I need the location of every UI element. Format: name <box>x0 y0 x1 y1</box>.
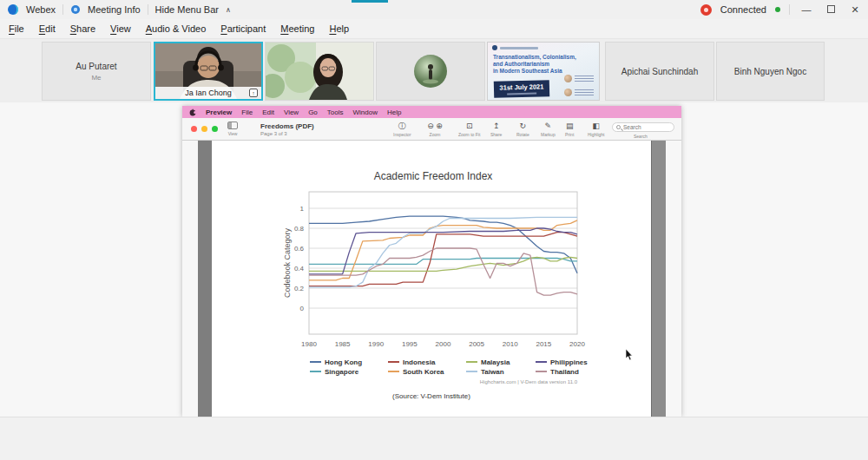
markup-button[interactable]: ✎ Markup <box>541 122 556 137</box>
poster-speaker-2 <box>564 88 594 97</box>
tool-label: Print <box>565 132 574 137</box>
svg-text:2020: 2020 <box>569 340 585 348</box>
print-button[interactable]: ▤ Print <box>565 122 574 137</box>
mac-menu-tools[interactable]: Tools <box>327 108 344 116</box>
zoom-to-fit-button[interactable]: ⊡ Zoom to Fit <box>458 122 480 137</box>
svg-text:1: 1 <box>300 205 305 213</box>
inspector-icon: ⓘ <box>393 122 411 130</box>
vertical-scrollbar[interactable] <box>651 141 666 417</box>
tool-label: Rotate <box>516 132 529 137</box>
maximize-icon <box>827 5 835 13</box>
tool-label: Markup <box>541 132 556 137</box>
svg-text:South Korea: South Korea <box>403 368 444 376</box>
page-indicator: Page 3 of 3 <box>260 131 314 136</box>
zoom-in-icon[interactable]: ⊕ <box>436 122 443 130</box>
search-input[interactable] <box>623 124 670 130</box>
participant-subtitle: Me <box>91 74 101 82</box>
mac-menu-view[interactable]: View <box>284 108 299 116</box>
meeting-info-icon <box>70 4 81 15</box>
close-button[interactable]: ✕ <box>847 4 863 16</box>
poster-time-textbar <box>507 93 536 95</box>
mouse-cursor <box>625 349 633 361</box>
poster-speaker-1 <box>564 74 594 83</box>
mac-menu-preview[interactable]: Preview <box>206 108 232 116</box>
zoom-traffic-light[interactable] <box>212 126 218 132</box>
menu-meeting[interactable]: Meeting <box>280 23 314 34</box>
svg-text:2010: 2010 <box>503 340 518 348</box>
svg-text:Academic Freedom Index: Academic Freedom Index <box>374 170 493 182</box>
participant-tile-apichai[interactable]: Apichai Sunchindah <box>605 42 714 101</box>
highlight-button[interactable]: ◧ Highlight <box>588 122 604 137</box>
sidebar-icon <box>227 122 238 129</box>
mac-menu-window[interactable]: Window <box>353 108 378 116</box>
screen-share-icon: ↑ <box>249 89 258 97</box>
connection-status: Connected <box>720 4 766 15</box>
menu-audio-video[interactable]: Audio & Video <box>146 23 207 34</box>
hide-menu-bar-button[interactable]: Hide Menu Bar <box>155 4 219 15</box>
participant-tile-ja-ian-chong[interactable]: Ja Ian Chong ↑ <box>154 42 263 101</box>
tool-label: Zoom <box>424 132 446 137</box>
apple-icon <box>189 108 196 116</box>
svg-text:0.4: 0.4 <box>294 265 305 273</box>
participant-tile-avatar[interactable] <box>376 42 485 101</box>
participant-name: Ja Ian Chong <box>185 89 232 97</box>
share-tool-icon: ↥ <box>490 122 502 130</box>
poster-title-line2: and Authoritarianism <box>493 61 576 68</box>
menu-file[interactable]: File <box>9 23 24 34</box>
conference-logo <box>492 45 497 50</box>
svg-text:1990: 1990 <box>368 340 384 348</box>
svg-text:Indonesia: Indonesia <box>403 358 436 366</box>
zoom-to-fit-icon: ⊡ <box>458 122 480 130</box>
markup-icon: ✎ <box>541 122 556 130</box>
participant-tile-au-putaret[interactable]: Au Putaret Me <box>42 42 151 101</box>
speaker-photo <box>564 75 572 82</box>
mac-menu-file[interactable]: File <box>241 108 253 116</box>
menu-help[interactable]: Help <box>329 23 349 34</box>
zoom-buttons[interactable]: ⊖ ⊕ Zoom <box>424 122 446 137</box>
inspector-button[interactable]: ⓘ Inspector <box>393 122 411 137</box>
menu-participant[interactable]: Participant <box>220 23 266 34</box>
window-traffic-lights[interactable] <box>191 126 218 132</box>
participant-name: Au Putaret <box>76 62 116 71</box>
minimize-traffic-light[interactable] <box>201 126 207 132</box>
participant-strip: Au Putaret Me Ja Ian Chong ↑ <box>0 39 868 102</box>
active-speaker-namebar: Ja Ian Chong ↑ <box>155 87 261 99</box>
connection-green-dot <box>775 7 780 12</box>
svg-text:Taiwan: Taiwan <box>481 368 504 376</box>
search-field[interactable] <box>612 122 674 132</box>
tool-label: Zoom to Fit <box>458 132 480 137</box>
recording-indicator <box>700 4 712 16</box>
mac-menu-help[interactable]: Help <box>387 108 401 116</box>
menu-share[interactable]: Share <box>70 23 95 34</box>
shared-screen-preview-window: Preview File Edit View Go Tools Window H… <box>182 106 681 417</box>
mac-menu-edit[interactable]: Edit <box>262 108 274 116</box>
participant-tile-binh[interactable]: Binh Nguyen Ngoc <box>716 42 825 101</box>
mac-menu-bar: Preview File Edit View Go Tools Window H… <box>182 106 681 118</box>
menu-view[interactable]: View <box>110 23 131 34</box>
svg-text:Malaysia: Malaysia <box>481 358 510 366</box>
svg-text:0.6: 0.6 <box>294 245 305 253</box>
svg-text:1995: 1995 <box>402 340 418 348</box>
share-tool-button[interactable]: ↥ Share <box>490 122 502 137</box>
close-traffic-light[interactable] <box>191 126 197 132</box>
mac-menu-go[interactable]: Go <box>308 108 318 116</box>
print-icon: ▤ <box>565 122 574 130</box>
maximize-button[interactable] <box>823 4 838 15</box>
svg-text:0: 0 <box>300 305 305 312</box>
participant-name: Apichai Sunchindah <box>621 67 698 76</box>
rotate-button[interactable]: ↻ Rotate <box>516 122 529 137</box>
svg-text:1985: 1985 <box>335 340 351 348</box>
participant-name: Binh Nguyen Ngoc <box>734 67 806 76</box>
participant-tile-shared-slide[interactable]: Transnationalism, Colonialism, and Autho… <box>487 42 600 101</box>
pdf-page: Academic Freedom Index00.20.40.60.811980… <box>212 141 651 417</box>
zoom-out-icon[interactable]: ⊖ <box>427 122 434 130</box>
rotate-icon: ↻ <box>516 122 529 130</box>
webex-logo <box>7 3 19 16</box>
minimize-button[interactable]: — <box>799 4 814 15</box>
menu-edit[interactable]: Edit <box>39 23 56 34</box>
meeting-info-button[interactable]: Meeting Info <box>88 4 141 15</box>
view-menu-button[interactable]: View <box>227 122 238 136</box>
view-label: View <box>227 131 238 136</box>
menu-bar: File Edit Share View Audio & Video Parti… <box>0 19 868 39</box>
participant-tile-video-2[interactable] <box>265 42 374 101</box>
